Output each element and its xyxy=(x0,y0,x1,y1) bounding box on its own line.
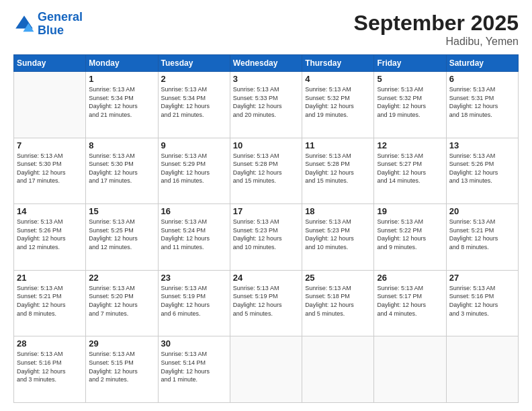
calendar-week-4: 21Sunrise: 5:13 AM Sunset: 5:21 PM Dayli… xyxy=(14,270,519,336)
col-friday: Friday xyxy=(374,55,446,72)
table-row: 30Sunrise: 5:13 AM Sunset: 5:14 PM Dayli… xyxy=(158,336,230,403)
calendar-week-1: 1Sunrise: 5:13 AM Sunset: 5:34 PM Daylig… xyxy=(14,72,519,138)
logo-text: General Blue xyxy=(38,11,83,38)
table-row: 8Sunrise: 5:13 AM Sunset: 5:30 PM Daylig… xyxy=(86,138,158,204)
day-number: 29 xyxy=(89,338,154,349)
table-row: 13Sunrise: 5:13 AM Sunset: 5:26 PM Dayli… xyxy=(446,138,518,204)
logo: General Blue xyxy=(13,11,83,38)
day-number: 8 xyxy=(89,140,154,150)
day-info: Sunrise: 5:13 AM Sunset: 5:34 PM Dayligh… xyxy=(161,85,227,119)
header-row: Sunday Monday Tuesday Wednesday Thursday… xyxy=(14,55,519,72)
day-number: 18 xyxy=(305,206,371,216)
table-row: 26Sunrise: 5:13 AM Sunset: 5:17 PM Dayli… xyxy=(374,270,446,336)
day-number: 11 xyxy=(305,140,371,150)
logo-line1: General xyxy=(38,10,83,24)
table-row: 28Sunrise: 5:13 AM Sunset: 5:16 PM Dayli… xyxy=(14,336,86,403)
table-row: 29Sunrise: 5:13 AM Sunset: 5:15 PM Dayli… xyxy=(86,336,158,403)
day-info: Sunrise: 5:13 AM Sunset: 5:32 PM Dayligh… xyxy=(377,85,443,119)
calendar-week-2: 7Sunrise: 5:13 AM Sunset: 5:30 PM Daylig… xyxy=(14,138,519,204)
table-row: 14Sunrise: 5:13 AM Sunset: 5:26 PM Dayli… xyxy=(14,204,86,271)
table-row: 1Sunrise: 5:13 AM Sunset: 5:34 PM Daylig… xyxy=(86,72,158,138)
location-title: Hadibu, Yemen xyxy=(354,36,519,48)
table-row: 17Sunrise: 5:13 AM Sunset: 5:23 PM Dayli… xyxy=(230,204,302,271)
col-monday: Monday xyxy=(86,55,158,72)
day-info: Sunrise: 5:13 AM Sunset: 5:26 PM Dayligh… xyxy=(449,152,515,185)
day-info: Sunrise: 5:13 AM Sunset: 5:18 PM Dayligh… xyxy=(305,284,371,318)
day-info: Sunrise: 5:13 AM Sunset: 5:15 PM Dayligh… xyxy=(89,350,154,383)
table-row: 24Sunrise: 5:13 AM Sunset: 5:19 PM Dayli… xyxy=(230,270,302,336)
table-row: 10Sunrise: 5:13 AM Sunset: 5:28 PM Dayli… xyxy=(230,138,302,204)
table-row: 18Sunrise: 5:13 AM Sunset: 5:23 PM Dayli… xyxy=(302,204,374,271)
day-info: Sunrise: 5:13 AM Sunset: 5:16 PM Dayligh… xyxy=(449,284,515,318)
table-row: 19Sunrise: 5:13 AM Sunset: 5:22 PM Dayli… xyxy=(374,204,446,271)
day-info: Sunrise: 5:13 AM Sunset: 5:19 PM Dayligh… xyxy=(233,284,299,318)
table-row: 4Sunrise: 5:13 AM Sunset: 5:32 PM Daylig… xyxy=(302,72,374,138)
day-info: Sunrise: 5:13 AM Sunset: 5:21 PM Dayligh… xyxy=(449,218,515,251)
day-number: 3 xyxy=(233,74,299,84)
day-number: 15 xyxy=(89,206,154,216)
day-info: Sunrise: 5:13 AM Sunset: 5:23 PM Dayligh… xyxy=(233,218,299,251)
day-info: Sunrise: 5:13 AM Sunset: 5:17 PM Dayligh… xyxy=(377,284,443,318)
day-info: Sunrise: 5:13 AM Sunset: 5:22 PM Dayligh… xyxy=(377,218,443,251)
day-info: Sunrise: 5:13 AM Sunset: 5:30 PM Dayligh… xyxy=(89,152,154,185)
table-row: 25Sunrise: 5:13 AM Sunset: 5:18 PM Dayli… xyxy=(302,270,374,336)
day-number: 12 xyxy=(377,140,443,150)
day-number: 23 xyxy=(161,273,227,283)
table-row: 20Sunrise: 5:13 AM Sunset: 5:21 PM Dayli… xyxy=(446,204,518,271)
day-number: 2 xyxy=(161,74,227,84)
table-row: 21Sunrise: 5:13 AM Sunset: 5:21 PM Dayli… xyxy=(14,270,86,336)
day-number: 16 xyxy=(161,206,227,216)
day-number: 6 xyxy=(449,74,515,84)
table-row: 9Sunrise: 5:13 AM Sunset: 5:29 PM Daylig… xyxy=(158,138,230,204)
day-number: 30 xyxy=(161,338,227,349)
logo-line2: Blue xyxy=(38,24,64,37)
day-info: Sunrise: 5:13 AM Sunset: 5:25 PM Dayligh… xyxy=(89,218,154,251)
table-row: 7Sunrise: 5:13 AM Sunset: 5:30 PM Daylig… xyxy=(14,138,86,204)
day-info: Sunrise: 5:13 AM Sunset: 5:21 PM Dayligh… xyxy=(17,284,83,318)
day-number: 14 xyxy=(17,206,83,216)
day-number: 27 xyxy=(449,273,515,283)
day-info: Sunrise: 5:13 AM Sunset: 5:32 PM Dayligh… xyxy=(305,85,371,119)
day-info: Sunrise: 5:13 AM Sunset: 5:31 PM Dayligh… xyxy=(449,85,515,119)
day-number: 5 xyxy=(377,74,443,84)
table-row: 27Sunrise: 5:13 AM Sunset: 5:16 PM Dayli… xyxy=(446,270,518,336)
day-info: Sunrise: 5:13 AM Sunset: 5:24 PM Dayligh… xyxy=(161,218,227,251)
col-sunday: Sunday xyxy=(14,55,86,72)
day-info: Sunrise: 5:13 AM Sunset: 5:30 PM Dayligh… xyxy=(17,152,83,185)
table-row xyxy=(302,336,374,403)
table-row xyxy=(446,336,518,403)
day-number: 19 xyxy=(377,206,443,216)
day-number: 13 xyxy=(449,140,515,150)
day-info: Sunrise: 5:13 AM Sunset: 5:28 PM Dayligh… xyxy=(233,152,299,185)
day-number: 17 xyxy=(233,206,299,216)
day-number: 20 xyxy=(449,206,515,216)
calendar-table: Sunday Monday Tuesday Wednesday Thursday… xyxy=(13,54,519,403)
day-info: Sunrise: 5:13 AM Sunset: 5:16 PM Dayligh… xyxy=(17,350,83,383)
table-row: 3Sunrise: 5:13 AM Sunset: 5:33 PM Daylig… xyxy=(230,72,302,138)
table-row xyxy=(374,336,446,403)
table-row: 6Sunrise: 5:13 AM Sunset: 5:31 PM Daylig… xyxy=(446,72,518,138)
table-row: 23Sunrise: 5:13 AM Sunset: 5:19 PM Dayli… xyxy=(158,270,230,336)
day-info: Sunrise: 5:13 AM Sunset: 5:27 PM Dayligh… xyxy=(377,152,443,185)
calendar-week-3: 14Sunrise: 5:13 AM Sunset: 5:26 PM Dayli… xyxy=(14,204,519,271)
col-thursday: Thursday xyxy=(302,55,374,72)
day-number: 1 xyxy=(89,74,154,84)
header: General Blue September 2025 Hadibu, Yeme… xyxy=(13,11,519,48)
table-row: 11Sunrise: 5:13 AM Sunset: 5:28 PM Dayli… xyxy=(302,138,374,204)
day-number: 22 xyxy=(89,273,154,283)
col-saturday: Saturday xyxy=(446,55,518,72)
logo-icon xyxy=(13,13,35,35)
table-row: 16Sunrise: 5:13 AM Sunset: 5:24 PM Dayli… xyxy=(158,204,230,271)
table-row: 5Sunrise: 5:13 AM Sunset: 5:32 PM Daylig… xyxy=(374,72,446,138)
day-info: Sunrise: 5:13 AM Sunset: 5:28 PM Dayligh… xyxy=(305,152,371,185)
day-info: Sunrise: 5:13 AM Sunset: 5:20 PM Dayligh… xyxy=(89,284,154,318)
day-info: Sunrise: 5:13 AM Sunset: 5:33 PM Dayligh… xyxy=(233,85,299,119)
day-number: 10 xyxy=(233,140,299,150)
month-title: September 2025 xyxy=(354,11,519,36)
calendar-week-5: 28Sunrise: 5:13 AM Sunset: 5:16 PM Dayli… xyxy=(14,336,519,403)
page: General Blue September 2025 Hadibu, Yeme… xyxy=(0,0,532,411)
title-block: September 2025 Hadibu, Yemen xyxy=(354,11,519,48)
day-number: 7 xyxy=(17,140,83,150)
day-info: Sunrise: 5:13 AM Sunset: 5:23 PM Dayligh… xyxy=(305,218,371,251)
col-tuesday: Tuesday xyxy=(158,55,230,72)
